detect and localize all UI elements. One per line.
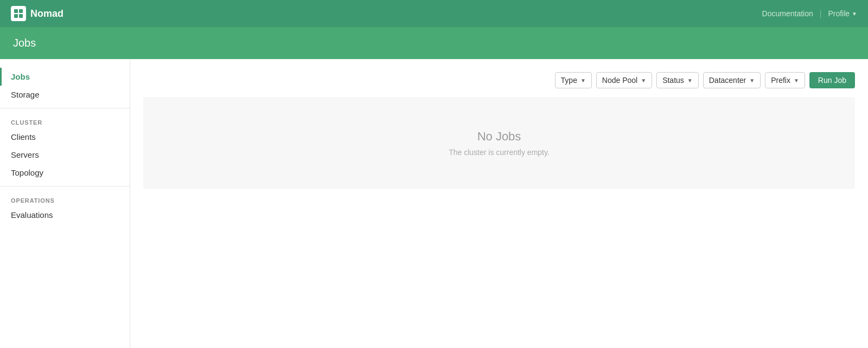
datacenter-filter[interactable]: Datacenter ▼ [703, 72, 761, 88]
page-title: Jobs [13, 37, 36, 49]
svg-rect-3 [19, 14, 23, 18]
chevron-down-icon: ▼ [852, 11, 857, 17]
sidebar-divider-1 [0, 108, 130, 108]
sidebar-item-topology[interactable]: Topology [0, 164, 130, 182]
empty-state-title: No Jobs [154, 130, 844, 144]
profile-button[interactable]: Profile ▼ [828, 9, 857, 18]
run-job-button[interactable]: Run Job [809, 72, 855, 88]
sidebar-item-jobs[interactable]: Jobs [0, 68, 130, 86]
filter-bar: Type ▼ Node Pool ▼ Status ▼ Datacenter ▼… [143, 72, 855, 88]
prefix-filter-label: Prefix [771, 76, 790, 85]
status-filter[interactable]: Status ▼ [656, 72, 699, 88]
sidebar-item-servers[interactable]: Servers [0, 146, 130, 164]
status-filter-label: Status [662, 76, 684, 85]
empty-state: No Jobs The cluster is currently empty. [143, 97, 855, 189]
datacenter-filter-arrow: ▼ [749, 78, 755, 83]
type-filter-label: Type [561, 76, 577, 85]
operations-section-label: OPERATIONS [0, 191, 130, 206]
sidebar-item-clients[interactable]: Clients [0, 128, 130, 146]
prefix-filter-arrow: ▼ [794, 78, 799, 83]
nomad-icon [11, 6, 26, 21]
svg-rect-1 [19, 9, 23, 13]
node-pool-filter-arrow: ▼ [641, 78, 646, 83]
type-filter[interactable]: Type ▼ [555, 72, 592, 88]
top-nav: Nomad Documentation | Profile ▼ [0, 0, 868, 27]
node-pool-filter-label: Node Pool [602, 76, 637, 85]
nav-divider: | [820, 9, 822, 18]
sidebar-item-storage[interactable]: Storage [0, 86, 130, 104]
datacenter-filter-label: Datacenter [709, 76, 746, 85]
svg-rect-2 [14, 14, 18, 18]
empty-state-subtitle: The cluster is currently empty. [154, 148, 844, 157]
svg-rect-0 [14, 9, 18, 13]
page-header: Jobs [0, 27, 868, 59]
sidebar-divider-2 [0, 186, 130, 186]
brand: Nomad [11, 6, 63, 21]
node-pool-filter[interactable]: Node Pool ▼ [596, 72, 652, 88]
main-layout: Jobs Storage CLUSTER Clients Servers Top… [0, 59, 868, 348]
sidebar-item-evaluations[interactable]: Evaluations [0, 206, 130, 224]
nav-right: Documentation | Profile ▼ [762, 9, 857, 18]
documentation-link[interactable]: Documentation [762, 9, 813, 18]
brand-name: Nomad [30, 8, 63, 20]
profile-label: Profile [828, 9, 850, 18]
sidebar: Jobs Storage CLUSTER Clients Servers Top… [0, 59, 130, 348]
status-filter-arrow: ▼ [687, 78, 693, 83]
main-content: Type ▼ Node Pool ▼ Status ▼ Datacenter ▼… [130, 59, 868, 348]
cluster-section-label: CLUSTER [0, 113, 130, 128]
type-filter-arrow: ▼ [580, 78, 586, 83]
prefix-filter[interactable]: Prefix ▼ [765, 72, 805, 88]
